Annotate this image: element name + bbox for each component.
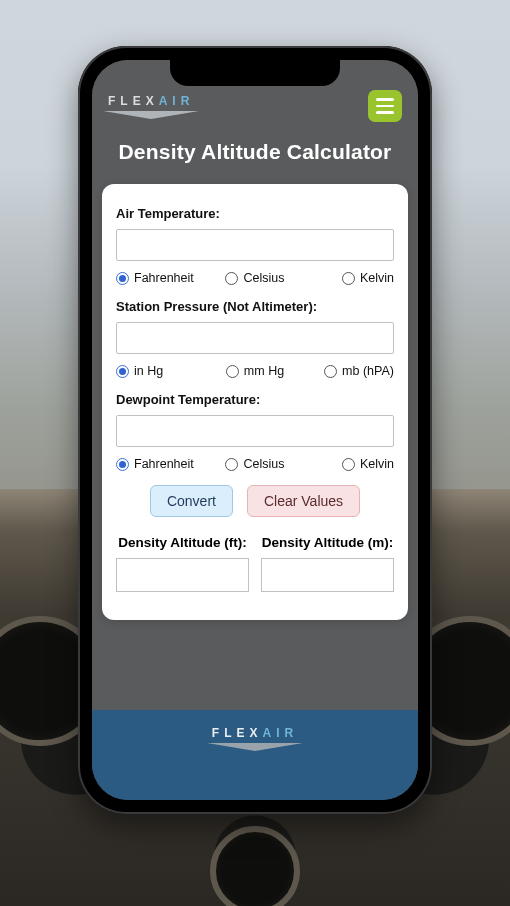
dewpoint-unit-celsius[interactable]: Celsius xyxy=(211,457,298,471)
radio-celsius[interactable] xyxy=(225,272,238,285)
footer-brand-right: AIR xyxy=(263,726,299,740)
air-temp-unit-kelvin[interactable]: Kelvin xyxy=(307,271,394,285)
clear-button[interactable]: Clear Values xyxy=(247,485,360,517)
phone-frame: FLEXAIR Density Altitude Calculator Air … xyxy=(78,46,432,814)
brand-logo[interactable]: FLEXAIR xyxy=(108,94,194,118)
brand-right: AIR xyxy=(159,94,195,108)
radio-mb[interactable] xyxy=(324,365,337,378)
pressure-unit-mb[interactable]: mb (hPA) xyxy=(307,364,394,378)
radio-mmhg[interactable] xyxy=(226,365,239,378)
brand-left: FLEX xyxy=(108,94,159,108)
air-temp-units: Fahrenheit Celsius Kelvin xyxy=(116,271,394,285)
footer-brand-left: FLEX xyxy=(212,726,263,740)
pressure-label: Station Pressure (Not Altimeter): xyxy=(116,299,394,314)
pressure-input[interactable] xyxy=(116,322,394,354)
radio-dew-fahrenheit[interactable] xyxy=(116,458,129,471)
dewpoint-units: Fahrenheit Celsius Kelvin xyxy=(116,457,394,471)
result-ft-label: Density Altitude (ft): xyxy=(116,535,249,550)
dewpoint-input[interactable] xyxy=(116,415,394,447)
pressure-units: in Hg mm Hg mb (hPA) xyxy=(116,364,394,378)
pressure-unit-mmhg[interactable]: mm Hg xyxy=(211,364,298,378)
air-temp-input[interactable] xyxy=(116,229,394,261)
pressure-unit-inhg[interactable]: in Hg xyxy=(116,364,203,378)
radio-kelvin[interactable] xyxy=(342,272,355,285)
air-temp-unit-celsius[interactable]: Celsius xyxy=(211,271,298,285)
air-temp-unit-fahrenheit[interactable]: Fahrenheit xyxy=(116,271,203,285)
menu-button[interactable] xyxy=(368,90,402,122)
result-ft-value xyxy=(116,558,249,592)
result-ft: Density Altitude (ft): xyxy=(116,535,249,592)
result-m: Density Altitude (m): xyxy=(261,535,394,592)
dewpoint-unit-kelvin[interactable]: Kelvin xyxy=(307,457,394,471)
dewpoint-label: Dewpoint Temperature: xyxy=(116,392,394,407)
app-footer: FLEXAIR xyxy=(92,710,418,800)
action-buttons: Convert Clear Values xyxy=(116,485,394,517)
gauge-bottom xyxy=(210,826,300,906)
radio-inhg[interactable] xyxy=(116,365,129,378)
hamburger-icon xyxy=(376,98,394,101)
dewpoint-unit-fahrenheit[interactable]: Fahrenheit xyxy=(116,457,203,471)
convert-button[interactable]: Convert xyxy=(150,485,233,517)
page-title: Density Altitude Calculator xyxy=(92,130,418,184)
air-temp-label: Air Temperature: xyxy=(116,206,394,221)
radio-dew-celsius[interactable] xyxy=(225,458,238,471)
phone-screen: FLEXAIR Density Altitude Calculator Air … xyxy=(92,60,418,800)
radio-dew-kelvin[interactable] xyxy=(342,458,355,471)
calculator-card: Air Temperature: Fahrenheit Celsius Kelv… xyxy=(102,184,408,620)
result-m-label: Density Altitude (m): xyxy=(261,535,394,550)
result-m-value xyxy=(261,558,394,592)
results-row: Density Altitude (ft): Density Altitude … xyxy=(116,535,394,592)
radio-fahrenheit[interactable] xyxy=(116,272,129,285)
footer-logo[interactable]: FLEXAIR xyxy=(212,726,298,750)
phone-notch xyxy=(170,60,340,86)
